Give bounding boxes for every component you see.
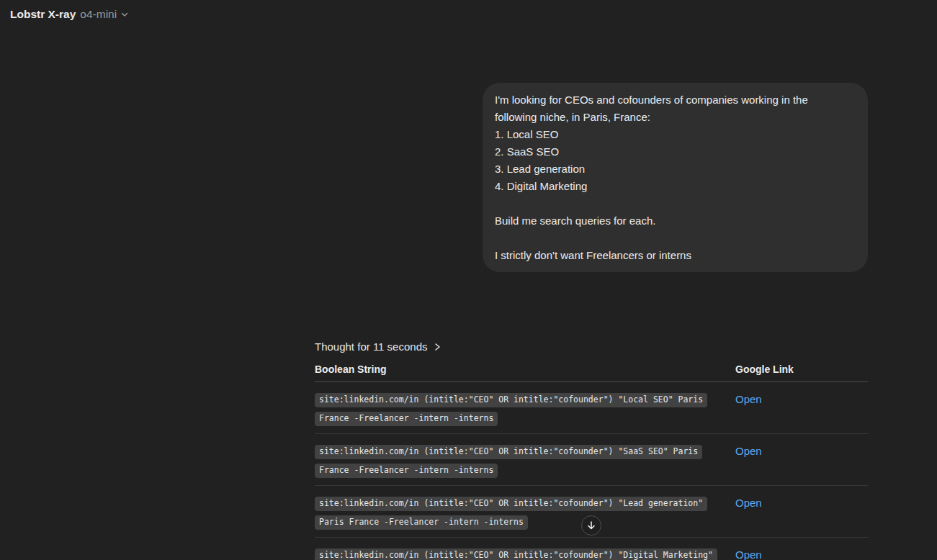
message-line: 4. Digital Marketing bbox=[495, 178, 856, 195]
chevron-down-icon bbox=[120, 10, 129, 19]
table-header-row: Boolean String Google Link bbox=[315, 363, 868, 382]
thought-label: Thought for 11 seconds bbox=[315, 340, 428, 353]
boolean-string-code: site:linkedin.com/in (intitle:"CEO" OR i… bbox=[315, 445, 702, 459]
message-line: following niche, in Paris, France: bbox=[495, 109, 856, 126]
message-line: 2. SaaS SEO bbox=[495, 143, 856, 161]
boolean-string-code: site:linkedin.com/in (intitle:"CEO" OR i… bbox=[315, 548, 717, 560]
open-link[interactable]: Open bbox=[735, 393, 762, 405]
app-title: Lobstr X-ray bbox=[10, 7, 76, 22]
message-line bbox=[495, 230, 856, 247]
user-message-lines: I'm looking for CEOs and cofounders of c… bbox=[495, 91, 856, 264]
boolean-string-code: Paris France -Freelancer -intern -intern… bbox=[315, 515, 528, 530]
message-line: 1. Local SEO bbox=[495, 126, 856, 143]
message-line: 3. Lead generation bbox=[495, 161, 856, 178]
model-selector[interactable]: o4-mini bbox=[80, 7, 129, 22]
boolean-string-cell: site:linkedin.com/in (intitle:"CEO" OR i… bbox=[315, 548, 735, 560]
google-link-cell: Open bbox=[735, 548, 868, 560]
thought-toggle[interactable]: Thought for 11 seconds bbox=[315, 340, 441, 353]
boolean-string-code: site:linkedin.com/in (intitle:"CEO" OR i… bbox=[315, 497, 707, 511]
table-row: site:linkedin.com/in (intitle:"CEO" OR i… bbox=[315, 382, 868, 434]
message-line: I strictly don't want Freelancers or int… bbox=[495, 247, 856, 264]
arrow-down-icon bbox=[586, 520, 597, 531]
boolean-string-cell: site:linkedin.com/in (intitle:"CEO" OR i… bbox=[315, 392, 735, 426]
boolean-string-code: site:linkedin.com/in (intitle:"CEO" OR i… bbox=[315, 393, 707, 407]
model-name: o4-mini bbox=[80, 7, 117, 22]
google-link-cell: Open bbox=[735, 392, 868, 426]
boolean-string-cell: site:linkedin.com/in (intitle:"CEO" OR i… bbox=[315, 444, 735, 478]
google-link-cell: Open bbox=[735, 444, 868, 478]
message-line bbox=[495, 195, 856, 212]
chevron-right-icon bbox=[434, 342, 441, 351]
message-line: I'm looking for CEOs and cofounders of c… bbox=[495, 91, 856, 109]
boolean-string-cell: site:linkedin.com/in (intitle:"CEO" OR i… bbox=[315, 496, 735, 530]
google-link-cell: Open bbox=[735, 496, 868, 530]
app-bar: Lobstr X-ray o4-mini bbox=[10, 7, 129, 22]
message-line: Build me search queries for each. bbox=[495, 212, 856, 230]
user-message-bubble: I'm looking for CEOs and cofounders of c… bbox=[483, 83, 868, 272]
boolean-string-code: France -Freelancer -intern -interns bbox=[315, 464, 498, 478]
scroll-to-bottom-button[interactable] bbox=[581, 515, 601, 536]
boolean-string-code: France -Freelancer -intern -interns bbox=[315, 412, 498, 426]
column-header-google-link: Google Link bbox=[735, 363, 868, 381]
open-link[interactable]: Open bbox=[735, 497, 762, 509]
table-row: site:linkedin.com/in (intitle:"CEO" OR i… bbox=[315, 538, 868, 560]
table-row: site:linkedin.com/in (intitle:"CEO" OR i… bbox=[315, 434, 868, 486]
column-header-boolean-string: Boolean String bbox=[315, 363, 735, 381]
open-link[interactable]: Open bbox=[735, 445, 762, 457]
open-link[interactable]: Open bbox=[735, 548, 762, 560]
